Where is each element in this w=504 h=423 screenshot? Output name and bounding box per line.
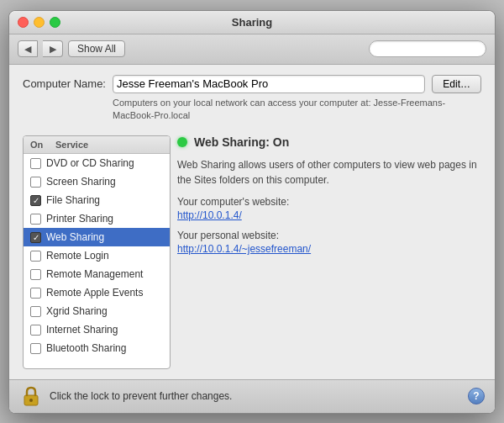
sharing-window: Sharing ◀ ▶ Show All Computer Name: Edit…: [8, 10, 496, 414]
col-on-header: On: [30, 140, 49, 150]
lock-icon[interactable]: [19, 384, 43, 408]
service-name-web-sharing: Web Sharing: [46, 231, 104, 243]
service-item-web-sharing[interactable]: ✓ Web Sharing: [24, 228, 170, 246]
checkbox-remote-apple-events[interactable]: [30, 288, 41, 299]
bottom-bar: Click the lock to prevent further change…: [9, 379, 495, 413]
detail-panel: Web Sharing: On Web Sharing allows users…: [177, 135, 481, 368]
computer-name-label: Computer Name:: [23, 75, 106, 90]
window-title: Sharing: [232, 16, 272, 29]
status-dot-green: [177, 137, 187, 147]
toolbar: ◀ ▶ Show All: [9, 34, 495, 65]
maximize-button[interactable]: [50, 17, 60, 28]
checkbox-bluetooth-sharing[interactable]: [30, 343, 41, 354]
computer-name-row: Computer Name: Edit… Computers on your l…: [23, 75, 481, 123]
service-name-internet-sharing: Internet Sharing: [46, 324, 118, 336]
main-panel: On Service DVD or CD Sharing Screen Shar…: [23, 135, 481, 368]
computer-website-label: Your computer's website:: [177, 196, 481, 208]
personal-website-link[interactable]: http://10.0.1.4/~jessefreeman/: [177, 243, 481, 255]
services-list: On Service DVD or CD Sharing Screen Shar…: [23, 135, 171, 368]
checkbox-remote-management[interactable]: [30, 269, 41, 280]
service-name-xgrid: Xgrid Sharing: [46, 305, 108, 317]
service-item-remote-management[interactable]: Remote Management: [24, 265, 170, 283]
checkbox-screen-sharing[interactable]: [30, 177, 41, 188]
name-input-row: Edit…: [113, 75, 481, 93]
services-header: On Service: [24, 136, 170, 154]
checkbox-xgrid[interactable]: [30, 306, 41, 317]
service-item-printer-sharing[interactable]: Printer Sharing: [24, 209, 170, 228]
computer-name-input[interactable]: [113, 75, 425, 93]
checkbox-internet-sharing[interactable]: [30, 325, 41, 336]
personal-website-section: Your personal website: http://10.0.1.4/~…: [177, 230, 481, 255]
service-name-file-sharing: File Sharing: [46, 194, 100, 206]
service-title-row: Web Sharing: On: [177, 135, 481, 149]
close-button[interactable]: [18, 17, 29, 28]
checkbox-web-sharing[interactable]: ✓: [30, 232, 41, 243]
service-name-remote-management: Remote Management: [46, 268, 143, 280]
service-item-internet-sharing[interactable]: Internet Sharing: [24, 320, 170, 339]
access-info: Computers on your local network can acce…: [113, 97, 481, 123]
service-name-bluetooth-sharing: Bluetooth Sharing: [46, 342, 126, 354]
search-input[interactable]: [369, 40, 486, 57]
service-name-remote-apple-events: Remote Apple Events: [46, 287, 143, 299]
service-item-file-sharing[interactable]: ✓ File Sharing: [24, 191, 170, 209]
edit-button[interactable]: Edit…: [432, 75, 481, 93]
computer-name-right: Edit… Computers on your local network ca…: [113, 75, 481, 123]
service-name-remote-login: Remote Login: [46, 250, 109, 262]
col-service-header: Service: [55, 140, 88, 150]
forward-button[interactable]: ▶: [43, 40, 63, 57]
service-name-screen-sharing: Screen Sharing: [46, 176, 116, 188]
checkbox-dvd[interactable]: [30, 158, 41, 169]
service-name-printer-sharing: Printer Sharing: [46, 213, 113, 225]
personal-website-label: Your personal website:: [177, 230, 481, 241]
service-title: Web Sharing: On: [194, 135, 289, 149]
traffic-lights: [18, 17, 60, 28]
service-description: Web Sharing allows users of other comput…: [177, 157, 481, 188]
service-item-bluetooth-sharing[interactable]: Bluetooth Sharing: [24, 339, 170, 357]
svg-point-1: [29, 399, 33, 402]
service-item-dvd[interactable]: DVD or CD Sharing: [24, 154, 170, 172]
service-item-screen-sharing[interactable]: Screen Sharing: [24, 172, 170, 191]
content-area: Computer Name: Edit… Computers on your l…: [9, 65, 495, 379]
computer-website-section: Your computer's website: http://10.0.1.4…: [177, 196, 481, 221]
service-item-remote-apple-events[interactable]: Remote Apple Events: [24, 283, 170, 302]
minimize-button[interactable]: [34, 17, 45, 28]
service-item-remote-login[interactable]: Remote Login: [24, 246, 170, 265]
computer-website-link[interactable]: http://10.0.1.4/: [177, 209, 481, 221]
title-bar: Sharing: [9, 11, 495, 34]
lock-text: Click the lock to prevent further change…: [50, 390, 468, 402]
checkbox-printer-sharing[interactable]: [30, 214, 41, 225]
service-name-dvd: DVD or CD Sharing: [46, 157, 134, 169]
show-all-button[interactable]: Show All: [68, 40, 125, 57]
checkbox-file-sharing[interactable]: ✓: [30, 195, 41, 206]
help-button[interactable]: ?: [468, 388, 485, 404]
back-button[interactable]: ◀: [18, 40, 38, 57]
service-item-xgrid[interactable]: Xgrid Sharing: [24, 302, 170, 320]
checkbox-remote-login[interactable]: [30, 251, 41, 262]
